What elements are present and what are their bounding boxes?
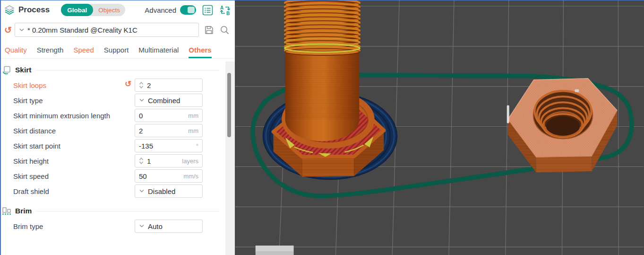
chevron-down-icon	[19, 28, 25, 32]
chevron-down-icon	[139, 224, 145, 228]
section-header-skirt: Skirt	[2, 63, 225, 77]
setting-value: Combined	[148, 97, 180, 105]
section-divider	[36, 211, 219, 211]
preset-row: ↺ * 0.20mm Standard @Creality K1C	[1, 19, 235, 40]
tab-multimaterial[interactable]: Multimaterial	[138, 46, 179, 58]
setting-control: 2mm	[135, 124, 203, 137]
input-skirt-speed[interactable]: 50mm/s	[135, 169, 203, 183]
setting-row: Brim typeAuto	[2, 220, 225, 233]
setting-label: Skirt loops	[2, 80, 135, 90]
setting-unit: mm/s	[183, 173, 198, 180]
compare-ab-icon[interactable]: A B	[219, 4, 231, 16]
setting-value: Disabled	[148, 187, 175, 195]
svg-text:A: A	[220, 5, 223, 10]
search-icon[interactable]	[219, 25, 230, 35]
viewport-3d[interactable]	[235, 0, 644, 255]
setting-value: 1	[147, 157, 151, 165]
parameter-list-icon[interactable]	[202, 5, 213, 16]
chevron-down-icon	[139, 189, 145, 193]
settings-list: SkirtSkirt loops↺2Skirt typeCombinedSkir…	[1, 59, 225, 235]
tab-quality[interactable]: Quality	[5, 46, 27, 58]
setting-label: Draft shield	[2, 186, 135, 196]
tab-others[interactable]: Others	[189, 46, 211, 58]
process-panel: Process Global Objects Advanced A	[1, 0, 235, 255]
setting-unit: mm	[188, 127, 198, 134]
preset-select[interactable]: * 0.20mm Standard @Creality K1C	[15, 23, 199, 37]
tab-speed[interactable]: Speed	[73, 46, 94, 58]
select-brim-type[interactable]: Auto	[135, 220, 203, 233]
brim-icon	[2, 206, 12, 216]
setting-unit: °	[196, 142, 198, 149]
skirt-icon	[2, 65, 12, 75]
spinner-arrows-icon[interactable]	[139, 157, 144, 165]
setting-control: Auto	[135, 220, 203, 233]
setting-label: Skirt minimum extrusion length	[2, 111, 135, 121]
bolt-model[interactable]	[274, 0, 384, 176]
svg-text:B: B	[226, 11, 230, 16]
seam-mark	[507, 106, 509, 123]
scope-objects[interactable]: Objects	[93, 7, 125, 14]
setting-control: Disabled	[135, 185, 203, 198]
advanced-label: Advanced	[145, 6, 176, 14]
spinner-arrows-icon[interactable]	[139, 81, 144, 89]
tab-support[interactable]: Support	[104, 46, 129, 58]
scope-toggle[interactable]: Global Objects	[61, 4, 125, 16]
setting-label: Skirt type	[2, 96, 135, 106]
setting-unit: layers	[182, 158, 198, 165]
setting-value: 50	[139, 172, 147, 180]
setting-row: Skirt speed50mm/s	[2, 169, 225, 183]
setting-row: Skirt minimum extrusion length0mm	[2, 109, 225, 122]
setting-row: Skirt height1layers	[2, 154, 225, 167]
preset-value: * 0.20mm Standard @Creality K1C	[27, 26, 137, 34]
layers-icon	[4, 4, 15, 16]
save-preset-icon[interactable]	[204, 25, 215, 35]
chevron-down-icon	[139, 98, 145, 102]
setting-value: -135	[139, 142, 153, 150]
setting-row: Skirt start point-135°	[2, 139, 225, 152]
section-title: Skirt	[15, 66, 31, 74]
setting-label: Skirt distance	[2, 126, 135, 136]
setting-label: Brim type	[2, 221, 135, 231]
preset-reset-icon[interactable]: ↺	[4, 26, 12, 35]
setting-value: 2	[139, 127, 143, 135]
setting-value: 0	[139, 112, 143, 120]
setting-value: Auto	[148, 222, 163, 230]
process-header: Process Global Objects Advanced A	[1, 0, 235, 19]
input-skirt-loops[interactable]: 2	[135, 79, 203, 92]
setting-control: ↺2	[135, 79, 203, 92]
input-skirt-start-point[interactable]: -135°	[135, 139, 203, 152]
build-plate-scene	[235, 0, 644, 255]
setting-label: Skirt start point	[2, 141, 135, 151]
scope-global[interactable]: Global	[61, 4, 93, 16]
section-header-brim: Brim	[2, 204, 225, 218]
advanced-toggle[interactable]	[180, 5, 196, 15]
setting-row: Skirt typeCombined	[2, 94, 225, 107]
toggle-knob	[188, 7, 195, 13]
tab-bar: QualityStrengthSpeedSupportMultimaterial…	[1, 40, 235, 59]
reset-value-icon[interactable]: ↺	[125, 80, 131, 88]
scrollbar-thumb[interactable]	[227, 73, 231, 137]
slicer-window: Process Global Objects Advanced A	[0, 0, 644, 255]
select-skirt-type[interactable]: Combined	[135, 94, 203, 107]
seam-mark	[575, 89, 579, 92]
setting-control: 1layers	[135, 154, 203, 167]
setting-control: 50mm/s	[135, 169, 203, 183]
select-draft-shield[interactable]: Disabled	[135, 185, 203, 198]
setting-row: Draft shieldDisabled	[2, 185, 225, 198]
setting-value: 2	[147, 81, 151, 89]
setting-control: -135°	[135, 139, 203, 152]
settings-scroll-area: SkirtSkirt loops↺2Skirt typeCombinedSkir…	[1, 59, 235, 255]
setting-control: 0mm	[135, 109, 203, 122]
input-skirt-minimum-extrusion-length[interactable]: 0mm	[135, 109, 203, 122]
section-title: Brim	[15, 207, 32, 215]
input-skirt-height[interactable]: 1layers	[135, 154, 203, 167]
input-skirt-distance[interactable]: 2mm	[135, 124, 203, 137]
setting-unit: mm	[188, 112, 198, 119]
panel-title: Process	[18, 5, 50, 15]
setting-control: Combined	[135, 94, 203, 107]
setting-label: Skirt height	[2, 156, 135, 166]
setting-row: Skirt loops↺2	[2, 79, 225, 92]
scrollbar-track[interactable]	[225, 62, 235, 255]
plate-front-tab	[256, 246, 294, 255]
tab-strength[interactable]: Strength	[37, 46, 64, 58]
